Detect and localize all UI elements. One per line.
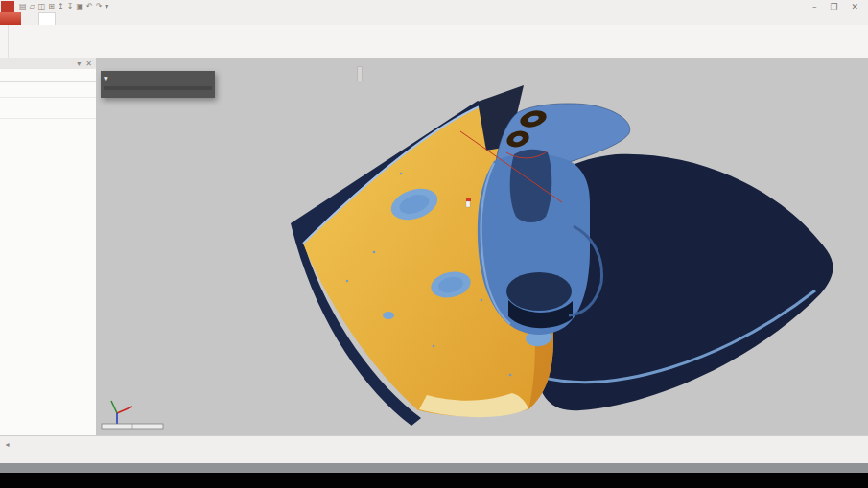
more-dropdown-icon[interactable]: ▾: [105, 1, 108, 12]
save-all-icon[interactable]: ⊞: [48, 1, 55, 12]
ribbon-tab-曲面创建[interactable]: [107, 12, 125, 25]
ribbon-tab-领域[interactable]: [159, 12, 176, 25]
titlebar: ▤▱◫⊞↥↧▣↶↷▾ –❐✕: [0, 0, 868, 12]
hub-cavity: [506, 272, 572, 311]
ribbon-tab-3D草图[interactable]: [73, 12, 90, 25]
dialog-titlebar: ▼: [101, 71, 215, 85]
hub-notch: [510, 150, 552, 222]
close-panel-icon[interactable]: ✕: [85, 59, 92, 68]
quick-access-toolbar: ▤▱◫⊞↥↧▣↶↷▾: [19, 1, 108, 12]
ribbon-tab-模型[interactable]: [38, 12, 56, 25]
maximize-button[interactable]: ❐: [830, 2, 837, 12]
sidebar-panel: ▾ ✕: [0, 58, 97, 436]
ribbon-tab-bar: [0, 12, 868, 25]
import-icon[interactable]: ↥: [58, 1, 64, 12]
ribbon-tab-菜单[interactable]: [0, 12, 21, 25]
ribbon-tab-初始[interactable]: [21, 12, 38, 25]
new-document-icon[interactable]: ▤: [19, 1, 27, 12]
orientation-triad: [111, 401, 132, 426]
feature-tree-header: [0, 84, 96, 98]
chevron-left-icon[interactable]: ◂: [3, 440, 12, 449]
letterbox: [0, 473, 868, 488]
bottom-toolbar: [0, 449, 868, 462]
sidebar-tabs: [0, 69, 96, 82]
minimize-button[interactable]: –: [812, 2, 817, 12]
viewport-toolbar: [357, 66, 363, 81]
ribbon: [0, 25, 868, 59]
collapse-arrow-icon[interactable]: ▼: [104, 75, 108, 81]
close-button[interactable]: ✕: [851, 2, 858, 12]
open-icon[interactable]: ▱: [30, 1, 35, 12]
export-icon[interactable]: ↧: [67, 1, 74, 12]
ribbon-tab-草图[interactable]: [56, 12, 73, 25]
window-controls: –❐✕: [812, 2, 868, 12]
app-logo-icon[interactable]: [1, 1, 14, 12]
ribbon-tab-对齐[interactable]: [90, 12, 107, 25]
capture-icon[interactable]: ▣: [76, 1, 83, 12]
status-bar: [0, 463, 868, 473]
save-icon[interactable]: ◫: [38, 1, 46, 12]
pin-icon[interactable]: ▾: [77, 59, 81, 68]
ribbon-group: [0, 25, 9, 58]
3d-viewport[interactable]: [96, 58, 868, 436]
application-window: ▤▱◫⊞↥↧▣↶↷▾ –❐✕ ▾ ✕: [0, 0, 868, 488]
redo-icon[interactable]: ↷: [96, 1, 103, 12]
extend-surface-dialog: ▼: [101, 71, 215, 98]
undo-icon[interactable]: ↶: [86, 1, 93, 12]
bottom-dock-tabs: ◂: [0, 436, 868, 449]
scale-bar: [102, 424, 163, 429]
sidebar-header: ▾ ✕: [0, 58, 96, 69]
ribbon-tab-点[interactable]: [125, 12, 142, 25]
ribbon-tab-多边形[interactable]: [142, 12, 159, 25]
3d-scene: [96, 58, 868, 436]
model-tree-header: [0, 105, 96, 119]
selection-row: [104, 86, 212, 90]
bottom-dock: ◂: [0, 435, 868, 463]
